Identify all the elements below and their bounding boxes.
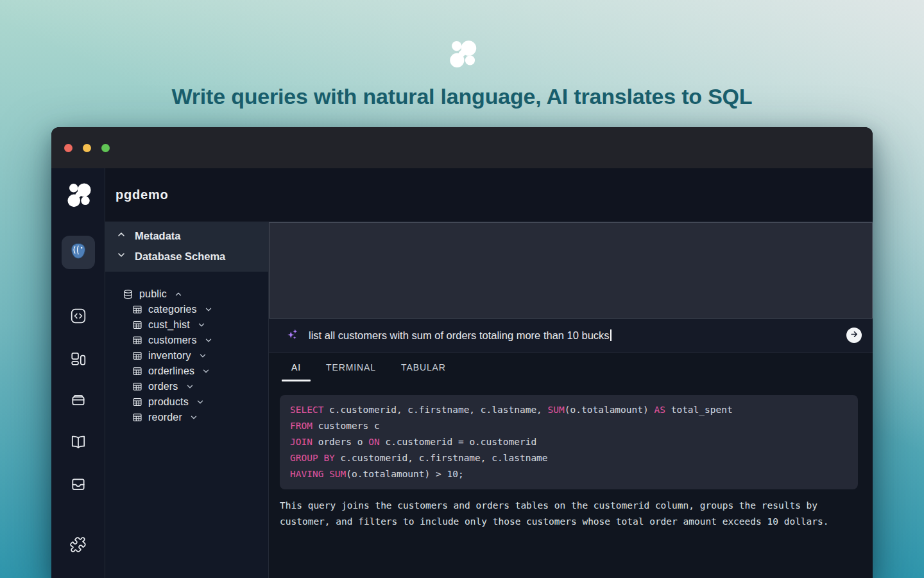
sparkles-icon: [286, 328, 299, 344]
table-icon: [132, 351, 142, 361]
ai-prompt-bar: list all customers with sum of orders to…: [269, 319, 873, 353]
tree-item-table-customers[interactable]: customers: [132, 333, 268, 348]
database-icon: [123, 289, 133, 300]
tab-ai[interactable]: AI: [282, 353, 311, 381]
plugins-puzzle-icon[interactable]: [70, 536, 87, 553]
arrow-right-icon: [850, 329, 859, 341]
sql-line: JOIN orders o ON c.customerid = o.custom…: [290, 434, 848, 450]
table-name: customers: [148, 335, 197, 346]
tab-terminal[interactable]: TERMINAL: [316, 353, 386, 381]
schema-tree: public categoriescust_histcustomersinven…: [105, 272, 268, 578]
tree-item-schema-public[interactable]: public: [123, 286, 268, 302]
chevron-down-icon: [204, 336, 213, 345]
table-icon: [132, 335, 142, 346]
table-list: categoriescust_histcustomersinventoryord…: [123, 302, 268, 425]
tree-item-table-reorder[interactable]: reorder: [132, 410, 268, 425]
submit-prompt-button[interactable]: [846, 328, 862, 343]
tab-tabular[interactable]: TABULAR: [391, 353, 456, 381]
inbox-icon[interactable]: [70, 476, 87, 493]
chevron-up-icon: [116, 229, 126, 242]
result-tabs: AITERMINALTABULAR: [269, 353, 873, 381]
hero-headline: Write queries with natural language, AI …: [0, 84, 924, 109]
code-editor-icon[interactable]: [70, 308, 87, 324]
app-logo-icon: [446, 37, 478, 71]
ai-prompt-input[interactable]: list all customers with sum of orders to…: [309, 329, 837, 342]
table-name: orderlines: [148, 365, 194, 377]
table-icon: [132, 366, 142, 376]
dashboard-icon[interactable]: [70, 350, 87, 367]
tree-item-table-orders[interactable]: orders: [132, 379, 268, 394]
section-label: Metadata: [135, 230, 181, 242]
app-logo-icon: [64, 180, 92, 211]
icon-rail: [51, 168, 105, 578]
sql-line: GROUP BY c.customerid, c.firstname, c.la…: [290, 450, 848, 466]
table-name: orders: [148, 381, 178, 392]
hero-section: Write queries with natural language, AI …: [0, 0, 924, 109]
sql-code-block: SELECT c.customerid, c.firstname, c.last…: [280, 395, 858, 489]
main-panel: list all customers with sum of orders to…: [269, 222, 873, 578]
section-metadata[interactable]: Metadata: [105, 225, 268, 246]
ai-result-panel: SELECT c.customerid, c.firstname, c.last…: [269, 381, 873, 578]
workspace: pgdemo Metadata: [105, 168, 873, 578]
sql-explanation: This query joins the customers and order…: [280, 498, 858, 530]
schema-sidebar: Metadata Database Schema: [105, 222, 269, 578]
chevron-down-icon: [204, 305, 213, 314]
sql-line: HAVING SUM(o.totalamount) > 10;: [290, 466, 848, 482]
window-titlebar: [51, 127, 873, 168]
table-name: categories: [148, 304, 197, 315]
zoom-button[interactable]: [101, 144, 110, 152]
schema-name: public: [139, 288, 167, 300]
tree-item-table-categories[interactable]: categories: [132, 302, 268, 317]
chevron-down-icon: [116, 250, 126, 263]
section-label: Database Schema: [135, 250, 225, 263]
app-body: pgdemo Metadata: [51, 168, 873, 578]
table-name: reorder: [148, 412, 182, 423]
storage-box-icon[interactable]: [70, 391, 87, 408]
connection-name: pgdemo: [116, 188, 169, 202]
sidebar-sections: Metadata Database Schema: [105, 222, 268, 272]
chevron-down-icon: [185, 382, 194, 391]
chevron-down-icon: [198, 351, 207, 360]
sql-line: SELECT c.customerid, c.firstname, c.last…: [290, 402, 848, 418]
minimize-button[interactable]: [83, 144, 91, 152]
tree-item-table-cust_hist[interactable]: cust_hist: [132, 317, 268, 333]
chevron-down-icon: [201, 367, 210, 376]
query-editor[interactable]: [269, 222, 873, 319]
connection-header: pgdemo: [105, 168, 873, 222]
chevron-down-icon: [196, 398, 205, 407]
table-icon: [132, 304, 142, 315]
close-button[interactable]: [64, 144, 73, 152]
chevron-up-icon: [174, 290, 183, 299]
sql-line: FROM customers c: [290, 418, 848, 434]
tree-item-table-orderlines[interactable]: orderlines: [132, 363, 268, 379]
app-window: pgdemo Metadata: [51, 127, 873, 578]
table-name: products: [148, 396, 189, 408]
sidebar-item-postgres-connection[interactable]: [62, 236, 95, 269]
table-name: cust_hist: [148, 319, 190, 331]
tree-item-table-products[interactable]: products: [132, 394, 268, 410]
chevron-down-icon: [197, 320, 206, 329]
table-icon: [132, 320, 142, 330]
chevron-down-icon: [189, 413, 198, 422]
table-icon: [132, 381, 142, 392]
docs-book-icon[interactable]: [70, 434, 87, 450]
table-icon: [132, 397, 142, 407]
postgres-elephant-icon: [69, 241, 88, 263]
table-name: inventory: [148, 350, 191, 362]
tree-item-table-inventory[interactable]: inventory: [132, 348, 268, 363]
text-caret: [610, 329, 612, 341]
section-database-schema[interactable]: Database Schema: [105, 246, 268, 267]
table-icon: [132, 412, 142, 423]
